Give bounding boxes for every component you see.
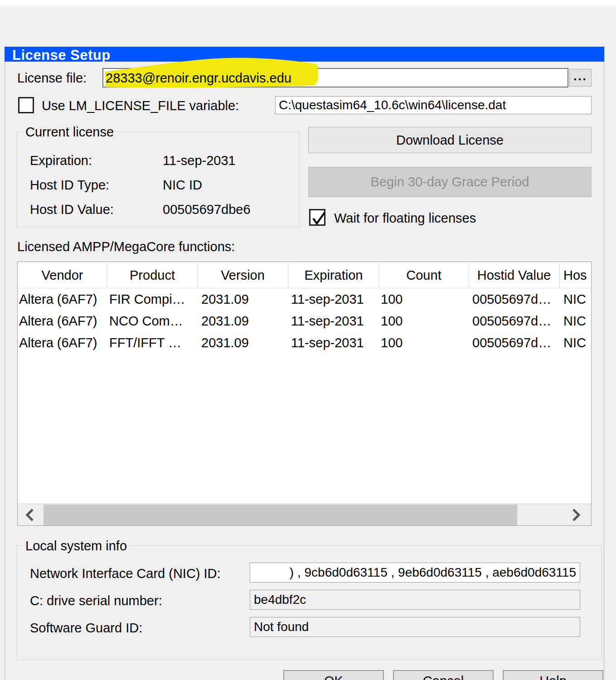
cell-hostid-type: NIC (560, 310, 591, 332)
drive-serial-field[interactable]: be4dbf2c (250, 590, 580, 610)
lm-license-label: Use LM_LICENSE_FILE variable: (42, 98, 239, 113)
cell-vendor: Altera (6AF7) (18, 332, 107, 354)
grace-period-button[interactable]: Begin 30-day Grace Period (308, 167, 592, 197)
license-setup-page: License Setup License file: 28333@renoir… (0, 0, 616, 680)
cell-version: 2031.09 (198, 288, 288, 310)
hostid-value-label: Host ID Value: (30, 202, 114, 217)
wait-floating-checkbox[interactable] (309, 209, 325, 226)
scroll-left-button[interactable] (18, 504, 43, 526)
table-row[interactable]: Altera (6AF7) FFT/IFFT … 2031.09 11-sep-… (18, 332, 591, 354)
column-header-product[interactable]: Product (107, 262, 198, 288)
nic-id-label: Network Interface Card (NIC) ID: (30, 566, 221, 581)
current-license-group: Current license Expiration: 11-sep-2031 … (16, 131, 300, 228)
cell-vendor: Altera (6AF7) (18, 288, 107, 310)
browse-button[interactable]: ... (569, 69, 592, 87)
table-row[interactable]: Altera (6AF7) FIR Compi… 2031.09 11-sep-… (18, 288, 591, 310)
column-header-hostid-value[interactable]: Hostid Value (469, 262, 560, 288)
licensed-functions-table: Vendor Product Version Expiration Count … (17, 262, 592, 526)
cell-count: 100 (379, 288, 469, 310)
panel-right-border (604, 47, 604, 680)
table-row[interactable]: Altera (6AF7) NCO Com… 2031.09 11-sep-20… (18, 310, 591, 332)
cell-hostid-type: NIC (560, 332, 591, 354)
cell-product: FFT/IFFT … (107, 332, 198, 354)
scroll-right-button[interactable] (564, 504, 589, 526)
cell-version: 2031.09 (198, 332, 288, 354)
cell-product: FIR Compi… (107, 288, 198, 310)
hostid-type-label: Host ID Type: (30, 178, 109, 193)
cell-vendor: Altera (6AF7) (18, 310, 107, 332)
download-license-button[interactable]: Download License (308, 127, 592, 153)
cell-hostid-value: 00505697d… (469, 332, 560, 354)
license-file-value: 28333@renoir.engr.ucdavis.edu (103, 69, 567, 87)
help-button[interactable]: Help (503, 670, 603, 680)
software-guard-field[interactable]: Not found (250, 617, 580, 637)
lm-license-checkbox[interactable] (18, 97, 34, 113)
column-header-vendor[interactable]: Vendor (18, 262, 107, 288)
license-file-input[interactable]: 28333@renoir.engr.ucdavis.edu (102, 68, 568, 87)
scrollbar-thumb[interactable] (44, 505, 517, 525)
column-header-hostid-type[interactable]: Hos (560, 262, 591, 288)
nic-id-field[interactable]: ) , 9cb6d0d63115 , 9eb6d0d63115 , aeb6d0… (250, 563, 580, 583)
cell-hostid-value: 00505697d… (469, 310, 560, 332)
software-guard-label: Software Guard ID: (30, 621, 142, 636)
current-license-title: Current license (22, 125, 117, 140)
wait-floating-label: Wait for floating licenses (334, 211, 476, 226)
chevron-left-icon (24, 508, 36, 522)
panel-left-border (5, 47, 5, 680)
lm-license-path-field[interactable]: C:\questasim64_10.6c\win64\license.dat (275, 96, 592, 114)
license-file-label: License file: (17, 71, 87, 86)
cell-expiration: 11-sep-2031 (288, 288, 379, 310)
column-header-count[interactable]: Count (379, 262, 469, 288)
cell-hostid-value: 00505697d… (469, 288, 560, 310)
functions-table-label: Licensed AMPP/MegaCore functions: (17, 239, 235, 254)
ok-button[interactable]: OK (283, 670, 384, 680)
expiration-value: 11-sep-2031 (163, 153, 236, 168)
table-header-row: Vendor Product Version Expiration Count … (18, 262, 591, 288)
cell-expiration: 11-sep-2031 (288, 332, 379, 354)
expiration-label: Expiration: (30, 153, 92, 168)
checkmark-icon (310, 209, 328, 228)
cell-version: 2031.09 (198, 310, 288, 332)
local-system-info-group: Local system info Network Interface Card… (16, 545, 602, 660)
cancel-button[interactable]: Cancel (393, 670, 494, 680)
cell-count: 100 (379, 332, 469, 354)
drive-serial-label: C: drive serial number: (30, 593, 162, 608)
chevron-right-icon (570, 508, 582, 522)
hostid-value-value: 00505697dbe6 (163, 202, 251, 217)
cell-count: 100 (379, 310, 469, 332)
column-header-expiration[interactable]: Expiration (288, 262, 379, 288)
local-system-info-title: Local system info (22, 539, 130, 554)
cell-expiration: 11-sep-2031 (288, 310, 379, 332)
cell-product: NCO Com… (107, 310, 198, 332)
column-header-version[interactable]: Version (198, 262, 288, 288)
horizontal-scrollbar[interactable] (18, 504, 591, 525)
cell-hostid-type: NIC (560, 288, 591, 310)
hostid-type-value: NIC ID (163, 178, 202, 193)
